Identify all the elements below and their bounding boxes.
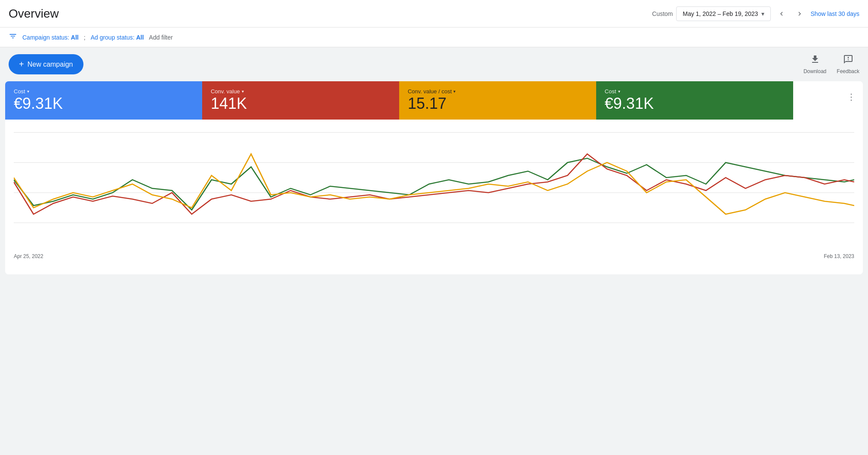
chevron-down-icon: ▾: [761, 10, 764, 17]
top-bar: Overview Custom May 1, 2022 – Feb 19, 20…: [0, 0, 868, 28]
more-options-button[interactable]: ⋮: [843, 86, 859, 107]
feedback-label: Feedback: [837, 68, 859, 74]
metrics-row: Cost ▾ €9.31K Conv. value ▾ 141K Conv. v…: [5, 81, 863, 120]
add-filter-button[interactable]: Add filter: [149, 34, 172, 41]
campaign-status-label: Campaign status:: [22, 34, 69, 41]
next-period-button[interactable]: [792, 8, 807, 19]
ad-group-status-value: All: [136, 34, 144, 41]
prev-period-button[interactable]: [774, 8, 789, 19]
filter-bar: Campaign status: All ; Ad group status: …: [0, 28, 868, 47]
ad-group-status-filter[interactable]: Ad group status: All: [91, 34, 144, 41]
new-campaign-button[interactable]: + New campaign: [9, 54, 83, 74]
metric-card-cost-blue[interactable]: Cost ▾ €9.31K: [5, 81, 202, 120]
performance-chart: [14, 128, 854, 249]
campaign-status-filter[interactable]: Campaign status: All: [22, 34, 79, 41]
show-last-30-days-button[interactable]: Show last 30 days: [810, 10, 859, 17]
toolbar: + New campaign Download Feedback: [0, 47, 868, 81]
toolbar-actions: Download Feedback: [803, 54, 859, 74]
chart-area: Apr 25, 2022 Feb 13, 2023: [5, 120, 863, 274]
metric-value-conv-value-cost: 15.17: [408, 95, 588, 113]
metric-dropdown-icon: ▾: [27, 89, 29, 94]
metric-card-cost-green[interactable]: Cost ▾ €9.31K: [596, 81, 793, 120]
chart-start-date: Apr 25, 2022: [14, 253, 43, 259]
chart-dates: Apr 25, 2022 Feb 13, 2023: [14, 253, 854, 259]
download-button[interactable]: Download: [803, 54, 826, 74]
ad-group-status-label: Ad group status:: [91, 34, 135, 41]
metric-dropdown-icon-2: ▾: [242, 89, 244, 94]
download-icon: [810, 54, 820, 67]
filter-icon: [9, 32, 17, 43]
plus-icon: +: [19, 59, 24, 69]
metric-dropdown-icon-3: ▾: [453, 89, 456, 94]
metric-label-cost-blue: Cost ▾: [14, 88, 194, 95]
filter-separator: ;: [84, 34, 86, 41]
date-range-text: May 1, 2022 – Feb 19, 2023: [683, 10, 758, 17]
metric-value-cost-blue: €9.31K: [14, 95, 194, 113]
metric-card-conv-value-cost[interactable]: Conv. value / cost ▾ 15.17: [399, 81, 596, 120]
metric-value-cost-green: €9.31K: [605, 95, 785, 113]
custom-label: Custom: [652, 10, 673, 17]
chart-end-date: Feb 13, 2023: [824, 253, 854, 259]
date-controls: Custom May 1, 2022 – Feb 19, 2023 ▾ Show…: [652, 6, 859, 21]
feedback-button[interactable]: Feedback: [837, 54, 859, 74]
metric-label-conv-value: Conv. value ▾: [211, 88, 391, 95]
metric-label-conv-value-cost: Conv. value / cost ▾: [408, 88, 588, 95]
metric-dropdown-icon-4: ▾: [618, 89, 620, 94]
date-range-picker[interactable]: May 1, 2022 – Feb 19, 2023 ▾: [676, 6, 771, 21]
new-campaign-label: New campaign: [28, 61, 73, 68]
metric-label-cost-green: Cost ▾: [605, 88, 785, 95]
campaign-status-value: All: [71, 34, 79, 41]
metric-card-conv-value[interactable]: Conv. value ▾ 141K: [202, 81, 399, 120]
feedback-icon: [843, 54, 853, 67]
main-content: Cost ▾ €9.31K Conv. value ▾ 141K Conv. v…: [5, 81, 863, 274]
page-title: Overview: [9, 7, 59, 21]
metric-value-conv-value: 141K: [211, 95, 391, 113]
download-label: Download: [803, 68, 826, 74]
